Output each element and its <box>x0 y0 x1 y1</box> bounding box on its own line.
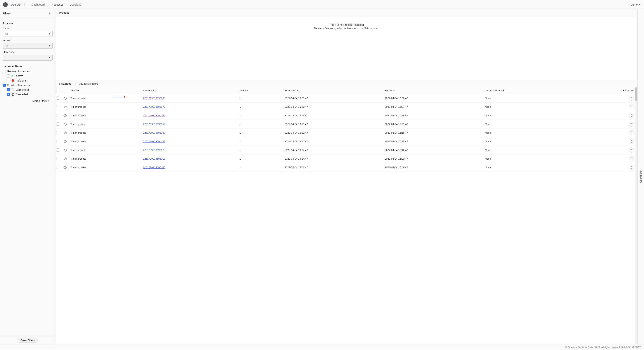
delete-button[interactable] <box>629 122 634 127</box>
col-end-time[interactable]: End Time <box>383 87 483 94</box>
cell-end: 2022-04-04 16:21:47 <box>383 120 483 129</box>
col-instance-id[interactable]: Instance Id <box>141 87 238 94</box>
select-all-checkbox[interactable] <box>56 89 59 92</box>
table-row: Timer process225179981369637012022-04-04… <box>56 103 638 111</box>
cell-parent: None <box>483 146 572 155</box>
user-menu[interactable]: demo ▼ <box>631 3 641 6</box>
trash-icon <box>630 140 633 143</box>
completed-icon <box>64 140 67 143</box>
cell-operations <box>572 103 638 111</box>
reset-filters-button[interactable]: Reset Filters <box>18 338 38 343</box>
row-checkbox[interactable] <box>56 114 59 117</box>
table-row: Timer process225179981369633012022-04-04… <box>56 137 638 146</box>
instance-id-link[interactable]: 2251799813696360 <box>143 114 165 117</box>
instance-id-link[interactable]: 2251799813696310 <box>143 157 165 160</box>
sort-desc-icon: ▼ <box>297 89 299 92</box>
running-checkbox[interactable] <box>3 70 6 73</box>
active-label: Active <box>16 74 23 77</box>
cell-version: 1 <box>238 146 283 155</box>
cell-start: 2022-04-04 16:10:47 <box>283 137 383 146</box>
cancelled-checkbox[interactable] <box>7 93 10 96</box>
nav-decisions[interactable]: Decisions <box>66 3 84 6</box>
cell-process: Timer process <box>68 155 141 163</box>
cell-parent: None <box>483 94 572 103</box>
cell-version: 1 <box>238 137 283 146</box>
cell-instance-id: 2251799813696330 <box>141 137 238 146</box>
row-checkbox[interactable] <box>56 131 59 134</box>
cell-version: 1 <box>238 129 283 137</box>
cell-instance-id: 2251799813696350 <box>141 120 238 129</box>
trash-icon <box>630 97 633 99</box>
instance-id-link[interactable]: 2251799813696330 <box>143 140 165 143</box>
cell-operations <box>572 163 638 172</box>
instance-id-link[interactable]: 2251799813696370 <box>143 105 165 108</box>
version-select[interactable]: All ▼ <box>3 43 52 49</box>
empty-state-line1: There is no Process selected <box>329 23 364 26</box>
cell-process: Timer process <box>68 129 141 137</box>
instance-id-link[interactable]: 2251799813696320 <box>143 149 165 152</box>
table-row: Timer process225179981369634012022-04-04… <box>56 129 638 137</box>
name-select-value: All <box>5 32 8 35</box>
cell-instance-id: 2251799813696360 <box>141 111 238 120</box>
col-start-time[interactable]: Start Time▼ <box>283 87 383 94</box>
delete-button[interactable] <box>629 130 634 135</box>
completed-icon <box>64 97 67 100</box>
nav-dashboard[interactable]: Dashboard <box>28 3 48 6</box>
table-row: Timer process225179981369631012022-04-04… <box>56 155 638 163</box>
row-checkbox[interactable] <box>56 140 59 143</box>
completed-icon <box>64 106 67 108</box>
active-checkbox[interactable] <box>7 74 10 77</box>
cell-operations <box>572 111 638 120</box>
completed-label: Completed <box>16 88 29 91</box>
instance-id-link[interactable]: 2251799813696300 <box>143 166 165 169</box>
delete-button[interactable] <box>629 113 634 118</box>
nav-processes[interactable]: Processes <box>48 3 66 6</box>
operations-panel-collapsed[interactable]: Operations <box>638 9 644 344</box>
completed-checkbox[interactable] <box>7 88 10 91</box>
cell-end: 2022-04-04 16:09:47 <box>383 155 483 163</box>
version-label: Version <box>3 39 52 41</box>
instance-id-link[interactable]: 2251799813696350 <box>143 123 165 126</box>
cell-end: 2022-04-04 16:18:47 <box>383 129 483 137</box>
collapse-icon <box>49 12 52 15</box>
incidents-label: Incidents <box>16 79 26 82</box>
row-checkbox[interactable] <box>56 149 59 152</box>
table-scrollbar[interactable] <box>635 87 638 344</box>
filters-title: Filters <box>3 12 11 15</box>
brand-name[interactable]: Operate <box>11 3 25 6</box>
delete-button[interactable] <box>629 148 634 153</box>
cancelled-icon <box>12 93 14 96</box>
delete-button[interactable] <box>629 156 634 161</box>
row-checkbox[interactable] <box>56 97 59 100</box>
flownode-select[interactable]: -- ▼ <box>3 55 52 61</box>
finished-checkbox[interactable] <box>3 84 6 87</box>
cell-parent: None <box>483 137 572 146</box>
chevron-down-icon: ▼ <box>639 3 641 6</box>
finished-label: Finished Instances <box>7 84 30 87</box>
instance-id-link[interactable]: 2251799813696340 <box>143 131 165 134</box>
completed-icon <box>64 158 67 160</box>
top-bar: C Operate Dashboard Processes Decisions … <box>0 0 644 9</box>
row-checkbox[interactable] <box>56 157 59 160</box>
collapse-sidebar-button[interactable] <box>48 11 52 16</box>
delete-button[interactable] <box>629 96 634 101</box>
row-checkbox[interactable] <box>56 123 59 126</box>
delete-button[interactable] <box>629 139 634 144</box>
col-version[interactable]: Version <box>238 87 283 94</box>
cell-start: 2022-04-04 16:25:47 <box>283 94 383 103</box>
cell-start: 2022-04-04 16:19:47 <box>283 111 383 120</box>
instance-id-link[interactable]: 2251799813696380 <box>143 97 165 100</box>
more-filters-button[interactable]: More Filters ▼ <box>3 98 52 104</box>
col-parent[interactable]: Parent Instance Id <box>483 87 572 94</box>
delete-button[interactable] <box>629 165 634 170</box>
row-checkbox[interactable] <box>56 166 59 169</box>
scrollbar-thumb[interactable] <box>635 87 637 101</box>
delete-button[interactable] <box>629 104 634 109</box>
row-checkbox[interactable] <box>56 105 59 108</box>
completed-icon <box>64 114 67 117</box>
cell-operations <box>572 155 638 163</box>
incidents-checkbox[interactable] <box>7 79 10 82</box>
name-select[interactable]: All ▼ <box>3 31 52 37</box>
col-process[interactable]: Process <box>68 87 141 94</box>
cell-instance-id: 2251799813696320 <box>141 146 238 155</box>
